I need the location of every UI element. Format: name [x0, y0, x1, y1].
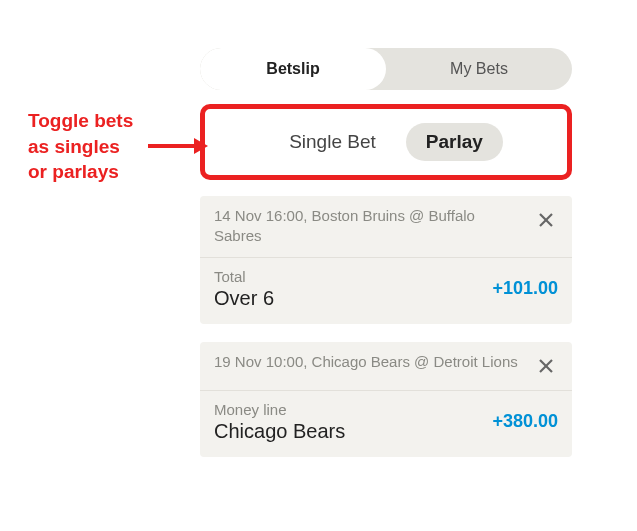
odds-value: +101.00	[492, 278, 558, 299]
close-icon[interactable]	[532, 352, 560, 380]
event-label: 14 Nov 16:00, Boston Bruins @ Buffalo Sa…	[214, 206, 522, 247]
selection-label: Over 6	[214, 287, 492, 310]
odds-value: +380.00	[492, 411, 558, 432]
event-label: 19 Nov 10:00, Chicago Bears @ Detroit Li…	[214, 352, 522, 372]
annotation-line: Toggle bets	[28, 108, 133, 134]
bet-mode-toggle: Single Bet Parlay	[200, 104, 572, 180]
tab-mybets[interactable]: My Bets	[386, 48, 572, 90]
arrow-icon	[148, 136, 208, 156]
bet-card-body: Total Over 6 +101.00	[200, 258, 572, 324]
mode-parlay[interactable]: Parlay	[406, 123, 503, 161]
top-tabs: Betslip My Bets	[200, 48, 572, 90]
annotation-line: as singles	[28, 134, 133, 160]
tab-betslip[interactable]: Betslip	[200, 48, 386, 90]
bet-card: 19 Nov 10:00, Chicago Bears @ Detroit Li…	[200, 342, 572, 457]
bet-card-body: Money line Chicago Bears +380.00	[200, 391, 572, 457]
annotation-line: or parlays	[28, 159, 133, 185]
mode-single-bet[interactable]: Single Bet	[269, 123, 396, 161]
bet-card-header: 19 Nov 10:00, Chicago Bears @ Detroit Li…	[200, 342, 572, 390]
selection-label: Chicago Bears	[214, 420, 492, 443]
market-label: Money line	[214, 401, 492, 418]
betslip-panel: Betslip My Bets Single Bet Parlay 14 Nov…	[200, 48, 572, 457]
market-label: Total	[214, 268, 492, 285]
bet-card: 14 Nov 16:00, Boston Bruins @ Buffalo Sa…	[200, 196, 572, 324]
close-icon[interactable]	[532, 206, 560, 234]
bet-card-header: 14 Nov 16:00, Boston Bruins @ Buffalo Sa…	[200, 196, 572, 257]
annotation-text: Toggle bets as singles or parlays	[28, 108, 133, 185]
bet-list: 14 Nov 16:00, Boston Bruins @ Buffalo Sa…	[200, 196, 572, 457]
